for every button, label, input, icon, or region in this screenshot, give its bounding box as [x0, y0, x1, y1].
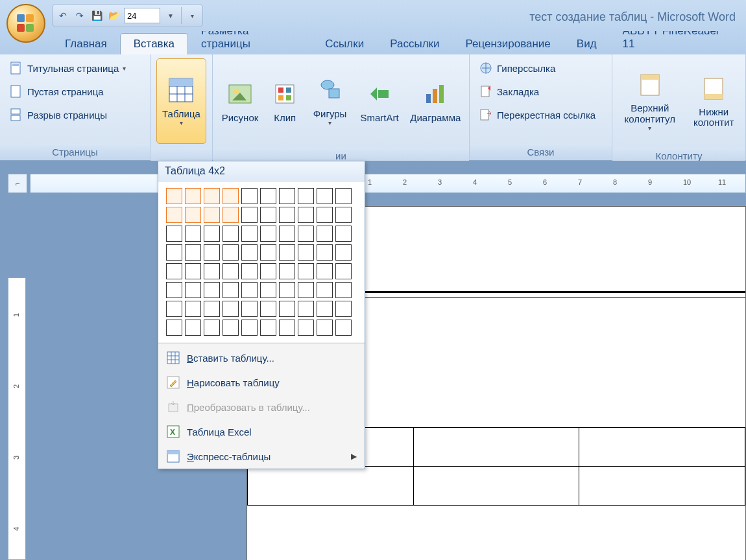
undo-icon[interactable]: ↶ [56, 9, 69, 22]
grid-cell[interactable] [241, 301, 258, 317]
grid-cell[interactable] [185, 263, 201, 279]
grid-cell[interactable] [204, 226, 220, 242]
grid-cell[interactable] [317, 188, 333, 204]
horizontal-ruler[interactable]: 1234567891011 [30, 174, 746, 193]
grid-cell[interactable] [241, 244, 258, 261]
grid-cell[interactable] [241, 320, 258, 336]
grid-cell[interactable] [223, 282, 239, 298]
grid-cell[interactable] [335, 244, 352, 261]
grid-cell[interactable] [317, 301, 333, 317]
grid-cell[interactable] [260, 282, 276, 298]
smartart-button[interactable]: SmartArt [356, 58, 403, 144]
grid-cell[interactable] [166, 207, 182, 223]
grid-cell[interactable] [166, 226, 182, 242]
grid-cell[interactable] [279, 244, 295, 261]
grid-cell[interactable] [241, 188, 258, 204]
font-size-input[interactable] [124, 8, 160, 23]
picture-button[interactable]: Рисунок [217, 58, 263, 144]
grid-cell[interactable] [223, 226, 239, 242]
grid-cell[interactable] [260, 188, 276, 204]
grid-cell[interactable] [298, 263, 314, 279]
grid-cell[interactable] [317, 226, 333, 242]
grid-cell[interactable] [298, 301, 314, 317]
header-button[interactable]: Верхний колонтитул ▾ [616, 58, 684, 144]
tab-рассылки[interactable]: Рассылки [377, 34, 452, 54]
grid-cell[interactable] [335, 226, 352, 242]
page-break-button[interactable]: Разрыв страницы [4, 105, 131, 124]
grid-cell[interactable] [335, 301, 352, 317]
grid-cell[interactable] [317, 207, 333, 223]
grid-cell[interactable] [298, 207, 314, 223]
grid-cell[interactable] [223, 301, 239, 317]
grid-cell[interactable] [223, 188, 239, 204]
table-grid-picker[interactable] [158, 181, 365, 342]
grid-cell[interactable] [279, 263, 295, 279]
grid-cell[interactable] [260, 207, 276, 223]
grid-cell[interactable] [298, 282, 314, 298]
vertical-ruler[interactable]: 12345 [8, 277, 26, 560]
tab-главная[interactable]: Главная [52, 34, 120, 54]
grid-cell[interactable] [335, 207, 352, 223]
grid-cell[interactable] [260, 244, 276, 261]
grid-cell[interactable] [185, 207, 201, 223]
excel-table-item[interactable]: X Таблица Excel [158, 419, 365, 444]
grid-cell[interactable] [260, 301, 276, 317]
grid-cell[interactable] [279, 282, 295, 298]
hyperlink-button[interactable]: Гиперссылка [474, 58, 601, 78]
insert-table-item[interactable]: Вставить таблицу... [158, 345, 365, 370]
grid-cell[interactable] [260, 226, 276, 242]
grid-cell[interactable] [185, 244, 201, 261]
grid-cell[interactable] [335, 188, 352, 204]
office-button[interactable] [6, 4, 45, 43]
grid-cell[interactable] [241, 282, 258, 298]
blank-page-button[interactable]: Пустая страница [4, 82, 131, 101]
ruler-corner[interactable]: ⌐ [8, 174, 27, 193]
grid-cell[interactable] [260, 263, 276, 279]
grid-cell[interactable] [317, 263, 333, 279]
grid-cell[interactable] [223, 244, 239, 261]
tab-вставка[interactable]: Вставка [120, 33, 188, 54]
grid-cell[interactable] [185, 282, 201, 298]
grid-cell[interactable] [335, 282, 352, 298]
qat-customize-icon[interactable]: ▾ [186, 9, 199, 22]
cover-page-button[interactable]: Титульная страница ▾ [4, 58, 131, 78]
grid-cell[interactable] [223, 263, 239, 279]
qat-dropdown-icon[interactable]: ▼ [164, 9, 177, 22]
grid-cell[interactable] [166, 244, 182, 261]
tab-рецензирование[interactable]: Рецензирование [453, 34, 564, 54]
grid-cell[interactable] [260, 320, 276, 336]
grid-cell[interactable] [185, 320, 201, 336]
grid-cell[interactable] [298, 320, 314, 336]
grid-cell[interactable] [335, 320, 352, 336]
grid-cell[interactable] [279, 301, 295, 317]
save-icon[interactable]: 💾 [90, 9, 103, 22]
redo-icon[interactable]: ↷ [73, 9, 86, 22]
shapes-button[interactable]: Фигуры ▾ [307, 58, 354, 144]
grid-cell[interactable] [166, 263, 182, 279]
grid-cell[interactable] [317, 282, 333, 298]
open-icon[interactable]: 📂 [107, 9, 120, 22]
grid-cell[interactable] [279, 207, 295, 223]
clip-button[interactable]: Клип [266, 58, 304, 144]
grid-cell[interactable] [298, 244, 314, 261]
grid-cell[interactable] [204, 188, 220, 204]
grid-cell[interactable] [317, 244, 333, 261]
grid-cell[interactable] [204, 263, 220, 279]
tab-ссылки[interactable]: Ссылки [312, 34, 377, 54]
footer-button[interactable]: Нижни колонтит [686, 58, 741, 144]
grid-cell[interactable] [241, 207, 258, 223]
tab-вид[interactable]: Вид [564, 34, 610, 54]
grid-cell[interactable] [241, 226, 258, 242]
grid-cell[interactable] [223, 207, 239, 223]
grid-cell[interactable] [279, 188, 295, 204]
grid-cell[interactable] [317, 320, 333, 336]
grid-cell[interactable] [204, 244, 220, 261]
grid-cell[interactable] [298, 226, 314, 242]
draw-table-item[interactable]: Нарисовать таблицу [158, 370, 365, 395]
grid-cell[interactable] [185, 301, 201, 317]
quick-tables-item[interactable]: Экспресс-таблицы ▶ [158, 444, 365, 469]
crossref-button[interactable]: Перекрестная ссылка [474, 105, 601, 124]
grid-cell[interactable] [185, 188, 201, 204]
grid-cell[interactable] [204, 301, 220, 317]
grid-cell[interactable] [185, 226, 201, 242]
